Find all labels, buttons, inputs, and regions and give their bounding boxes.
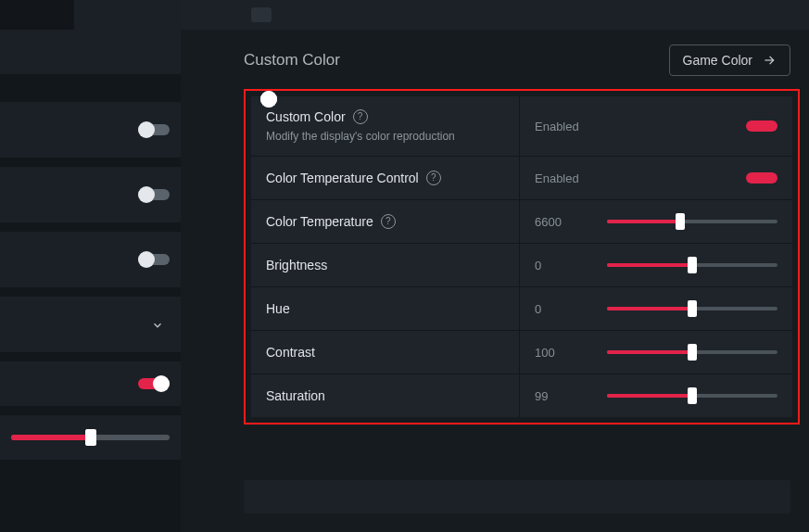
- sidebar-row-1: ted: [0, 102, 181, 158]
- sidebar-toggle-5[interactable]: [138, 375, 170, 392]
- panel-value-text: Enabled: [535, 120, 600, 133]
- panel-value-cell: 0: [520, 244, 792, 286]
- panel-label: Hue: [266, 301, 290, 316]
- panel-value-cell: Enabled: [520, 96, 792, 156]
- panel-row: Color Temperature?6600: [251, 200, 792, 244]
- panel-value-cell: 99: [520, 374, 792, 417]
- game-color-button-label: Game Color: [683, 53, 752, 68]
- panel-slider[interactable]: [607, 344, 777, 361]
- help-icon[interactable]: ?: [381, 214, 396, 229]
- main-area: Custom Color Game Color Custom Color?Mod…: [181, 0, 809, 532]
- panel-label-cell: Hue: [251, 287, 520, 330]
- panel-row: Hue0: [251, 287, 792, 331]
- panel-row: Brightness0: [251, 244, 792, 287]
- panel-value-text: Enabled: [535, 171, 600, 185]
- panel-value-text: 100: [535, 346, 600, 360]
- toolbar-strip: [181, 0, 809, 30]
- panel-label: Custom Color: [266, 109, 346, 124]
- panel-label: Color Temperature: [266, 214, 373, 229]
- sidebar-row-5: [0, 361, 181, 406]
- panel-slider[interactable]: [607, 387, 777, 404]
- sidebar-row-aspect-ratio[interactable]: ect ratio: [0, 297, 181, 352]
- panel-label: Saturation: [266, 388, 325, 403]
- sidebar-top: [0, 0, 181, 74]
- page-title: Custom Color: [244, 51, 340, 70]
- panel-value-text: 99: [535, 389, 600, 403]
- sidebar-row-slider: [0, 415, 181, 460]
- arrow-right-icon: [762, 54, 777, 67]
- panel-value-text: 6600: [535, 215, 600, 229]
- sidebar: ted ect ratio: [0, 0, 181, 532]
- sidebar-row-3: [0, 232, 181, 287]
- chevron-down-icon: [151, 319, 164, 332]
- section-header: Custom Color Game Color: [244, 44, 790, 76]
- panel-label-cell: Custom Color?Modify the display's color …: [251, 96, 520, 156]
- footer-strip: [244, 480, 790, 513]
- panel-label-cell: Color Temperature Control?: [251, 157, 520, 199]
- panel-label-cell: Brightness: [251, 244, 520, 286]
- panel-value-cell: Enabled: [520, 157, 792, 199]
- help-icon[interactable]: ?: [353, 109, 368, 124]
- panel-label-cell: Saturation: [251, 374, 520, 417]
- panel-label-sub: Modify the display's color reproduction: [266, 130, 504, 143]
- panel-row: Custom Color?Modify the display's color …: [251, 96, 792, 157]
- panel-label: Brightness: [266, 258, 327, 272]
- panel-row: Color Temperature Control?Enabled: [251, 157, 792, 200]
- panel-row: Contrast100: [251, 331, 792, 374]
- panel-label: Contrast: [266, 345, 315, 360]
- panel-toggle[interactable]: [746, 170, 777, 186]
- sidebar-toggle-1[interactable]: [138, 121, 170, 138]
- panel-value-cell: 6600: [520, 200, 792, 243]
- sidebar-top-dark-block: [0, 0, 74, 30]
- help-icon[interactable]: ?: [426, 171, 441, 185]
- panel-slider[interactable]: [607, 257, 777, 273]
- sidebar-toggle-2[interactable]: [138, 186, 170, 203]
- game-color-button[interactable]: Game Color: [669, 44, 790, 76]
- panel-label-cell: Color Temperature?: [251, 200, 520, 243]
- panel-row: Saturation99: [251, 374, 792, 417]
- sidebar-slider[interactable]: [11, 435, 170, 440]
- sidebar-toggle-3[interactable]: [138, 251, 170, 268]
- panel-value-cell: 100: [520, 331, 792, 374]
- panel-slider[interactable]: [607, 300, 777, 317]
- panel-value-text: 0: [535, 302, 600, 316]
- panel-value-cell: 0: [520, 287, 792, 330]
- sidebar-row-2: [0, 167, 181, 222]
- custom-color-panel: Custom Color?Modify the display's color …: [244, 89, 800, 424]
- panel-toggle[interactable]: [746, 118, 777, 134]
- panel-value-text: 0: [535, 259, 600, 272]
- panel-slider[interactable]: [607, 213, 777, 230]
- panel-label-cell: Contrast: [251, 331, 520, 374]
- panel-label: Color Temperature Control: [266, 171, 419, 185]
